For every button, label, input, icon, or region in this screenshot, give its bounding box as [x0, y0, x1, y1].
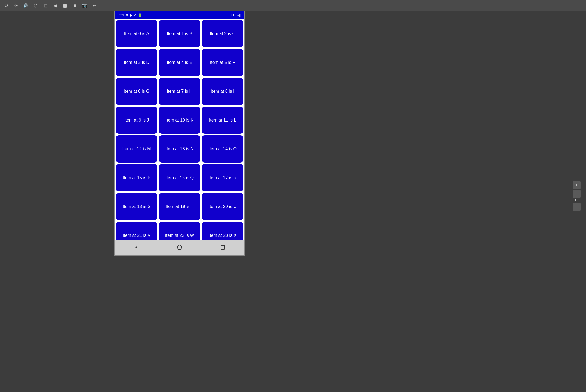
time: 8:29	[118, 13, 124, 17]
svg-point-1	[177, 245, 182, 250]
grid-item-10[interactable]: Item at 10 is K	[159, 107, 200, 134]
stop-icon[interactable]: ■	[72, 2, 78, 8]
a-icon: A	[134, 13, 136, 17]
grid-item-8[interactable]: Item at 8 is I	[202, 78, 243, 105]
zoom-out-button[interactable]: −	[573, 190, 581, 198]
zoom-in-button[interactable]: +	[573, 181, 581, 189]
svg-rect-2	[221, 245, 225, 249]
window-icon[interactable]: ◻	[42, 2, 48, 8]
grid-item-19[interactable]: Item at 19 is T	[159, 193, 200, 220]
grid-item-16[interactable]: Item at 16 is Q	[159, 164, 200, 191]
lte-icon: LTE▲▌	[231, 14, 242, 17]
grid-content[interactable]: Item at 0 is AItem at 1 is BItem at 2 is…	[115, 19, 244, 240]
volume-icon[interactable]: 🔊	[23, 2, 29, 8]
brightness-icon[interactable]: ☀	[13, 2, 19, 8]
grid-item-1[interactable]: Item at 1 is B	[159, 20, 200, 47]
grid-item-6[interactable]: Item at 6 is G	[116, 78, 157, 105]
screenshot-icon[interactable]: 📷	[82, 2, 88, 8]
zoom-level: 1:1	[573, 199, 581, 202]
grid-item-20[interactable]: Item at 20 is U	[202, 193, 243, 220]
status-right: LTE▲▌	[231, 14, 242, 17]
grid-item-14[interactable]: Item at 14 is O	[202, 135, 243, 163]
back-icon[interactable]: ◀	[52, 2, 58, 8]
grid-item-13[interactable]: Item at 13 is N	[159, 135, 200, 163]
grid-item-11[interactable]: Item at 11 is L	[202, 107, 243, 134]
nav-bar	[115, 240, 244, 255]
toolbar: ↺ ☀ 🔊 ⬡ ◻ ◀ ⬤ ■ 📷 ↩ ⋮	[0, 0, 586, 11]
zoom-fit-button[interactable]: ⊡	[573, 203, 581, 211]
svg-marker-0	[135, 246, 137, 249]
battery-icon: 🔋	[138, 13, 142, 17]
back-nav-button[interactable]	[131, 242, 142, 253]
grid-item-21[interactable]: Item at 21 is V	[116, 222, 157, 240]
play-icon: ▶	[130, 13, 132, 17]
grid-item-9[interactable]: Item at 9 is J	[116, 107, 157, 134]
grid-item-2[interactable]: Item at 2 is C	[202, 20, 243, 47]
status-left: 8:29 ⚙ ▶ A 🔋	[118, 13, 142, 17]
recent-nav-button[interactable]	[217, 242, 228, 253]
grid-item-12[interactable]: Item at 12 is M	[116, 135, 157, 163]
grid-item-0[interactable]: Item at 0 is A	[116, 20, 157, 47]
home-nav-button[interactable]	[174, 242, 185, 253]
record-icon[interactable]: ⬤	[62, 2, 68, 8]
network-icon[interactable]: ⬡	[33, 2, 39, 8]
grid-item-7[interactable]: Item at 7 is H	[159, 78, 200, 105]
refresh-icon[interactable]: ↺	[3, 2, 9, 8]
grid-item-5[interactable]: Item at 5 is F	[202, 49, 243, 76]
grid-item-22[interactable]: Item at 22 is W	[159, 222, 200, 240]
grid-item-15[interactable]: Item at 15 is P	[116, 164, 157, 191]
phone-frame: 8:29 ⚙ ▶ A 🔋 LTE▲▌ Item at 0 is AItem at…	[114, 11, 245, 256]
more-icon[interactable]: ⋮	[101, 2, 107, 8]
status-bar: 8:29 ⚙ ▶ A 🔋 LTE▲▌	[115, 11, 244, 19]
grid-item-4[interactable]: Item at 4 is E	[159, 49, 200, 76]
grid-item-18[interactable]: Item at 18 is S	[116, 193, 157, 220]
settings-icon: ⚙	[125, 13, 128, 17]
grid-item-23[interactable]: Item at 23 is X	[202, 222, 243, 240]
grid-item-3[interactable]: Item at 3 is D	[116, 49, 157, 76]
grid-item-17[interactable]: Item at 17 is R	[202, 164, 243, 191]
zoom-controls: + − 1:1 ⊡	[573, 181, 581, 211]
undo-icon[interactable]: ↩	[91, 2, 97, 8]
